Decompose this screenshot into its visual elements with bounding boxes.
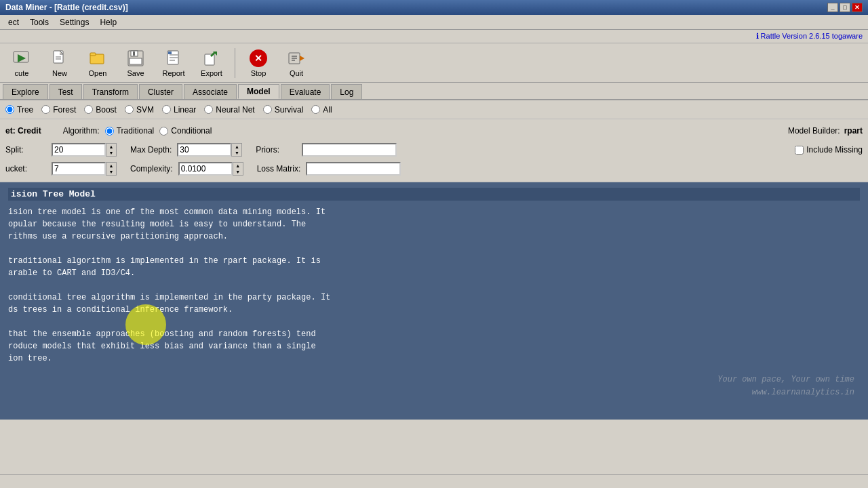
svg-rect-16 bbox=[205, 54, 214, 65]
split-input-wrapper: ▲ ▼ bbox=[52, 143, 117, 157]
tab-transform[interactable]: Transform bbox=[83, 84, 138, 99]
menu-ect[interactable]: ect bbox=[3, 16, 24, 28]
include-missing-checkbox[interactable] bbox=[795, 146, 804, 155]
tab-model[interactable]: Model bbox=[238, 84, 279, 99]
bucket-wrapper: ▲ ▼ bbox=[52, 162, 117, 176]
open-button[interactable]: Open bbox=[80, 46, 115, 80]
main-content-area: ision Tree Model ision tree model is one… bbox=[0, 182, 868, 420]
save-label: Save bbox=[127, 69, 144, 77]
toolbar: cute New Open bbox=[0, 43, 868, 83]
tab-bar: Explore Test Transform Cluster Associate… bbox=[0, 83, 868, 100]
settings-row-1: et: Credit Algorithm: Traditional Condit… bbox=[5, 122, 863, 140]
survival-option[interactable]: Survival bbox=[263, 105, 304, 115]
new-button[interactable]: New bbox=[42, 46, 77, 80]
max-depth-down[interactable]: ▼ bbox=[232, 150, 241, 156]
save-icon bbox=[126, 49, 145, 68]
svg-rect-10 bbox=[133, 52, 135, 56]
split-input[interactable] bbox=[52, 143, 106, 157]
dataset-label: et: Credit bbox=[5, 126, 41, 136]
complexity-down[interactable]: ▼ bbox=[233, 169, 243, 175]
conditional-option[interactable]: Conditional bbox=[159, 126, 212, 136]
open-label: Open bbox=[89, 69, 107, 77]
tab-log[interactable]: Log bbox=[331, 84, 362, 99]
open-icon bbox=[88, 49, 107, 68]
watermark: Your own pace, Your own time www.learnan… bbox=[717, 373, 854, 399]
priors-label: Priors: bbox=[256, 145, 296, 155]
complexity-input[interactable] bbox=[178, 162, 233, 176]
max-depth-up[interactable]: ▲ bbox=[232, 144, 241, 150]
content-title: ision Tree Model bbox=[8, 188, 860, 201]
toolbar-separator bbox=[235, 48, 235, 78]
bucket-label: ucket: bbox=[5, 164, 46, 174]
svg-marker-19 bbox=[300, 56, 304, 61]
close-button[interactable]: ✕ bbox=[852, 3, 863, 12]
execute-icon bbox=[12, 49, 31, 68]
menubar: ect Tools Settings Help bbox=[0, 15, 868, 30]
include-missing-label: Include Missing bbox=[806, 145, 863, 155]
rattle-version-text: ℹ Rattle Version 2.6.15 togaware bbox=[756, 32, 863, 41]
stop-button[interactable]: ✕ Stop bbox=[241, 46, 276, 80]
execute-label: cute bbox=[15, 69, 29, 77]
minimize-button[interactable]: _ bbox=[827, 3, 838, 12]
max-depth-arrows: ▲ ▼ bbox=[231, 143, 242, 157]
rattlebar: ℹ Rattle Version 2.6.15 togaware bbox=[0, 30, 868, 43]
max-depth-input[interactable] bbox=[177, 143, 231, 157]
quit-icon bbox=[287, 49, 306, 68]
boost-option[interactable]: Boost bbox=[84, 105, 117, 115]
tab-explore[interactable]: Explore bbox=[3, 84, 48, 99]
menu-tools[interactable]: Tools bbox=[24, 16, 54, 28]
stop-label: Stop bbox=[251, 69, 267, 77]
export-button[interactable]: Export bbox=[194, 46, 229, 80]
settings-row-2: Split: ▲ ▼ Max Depth: ▲ ▼ Priors: bbox=[5, 141, 863, 159]
new-icon bbox=[50, 49, 69, 68]
menu-settings[interactable]: Settings bbox=[54, 16, 94, 28]
svg-rect-15 bbox=[168, 52, 172, 54]
bucket-input[interactable] bbox=[52, 162, 106, 176]
split-arrows: ▲ ▼ bbox=[106, 143, 117, 157]
tab-cluster[interactable]: Cluster bbox=[139, 84, 182, 99]
tab-associate[interactable]: Associate bbox=[184, 84, 237, 99]
model-builder-area: Model Builder: rpart bbox=[788, 126, 863, 136]
complexity-label: Complexity: bbox=[130, 164, 173, 174]
menu-help[interactable]: Help bbox=[94, 16, 122, 28]
split-down[interactable]: ▼ bbox=[106, 150, 116, 156]
model-builder-label: Model Builder: bbox=[788, 126, 840, 136]
complexity-up[interactable]: ▲ bbox=[233, 163, 243, 169]
maximize-button[interactable]: □ bbox=[840, 3, 850, 12]
report-button[interactable]: Report bbox=[156, 46, 191, 80]
svg-rect-6 bbox=[90, 53, 96, 56]
algorithm-label: Algorithm: bbox=[63, 126, 100, 136]
loss-matrix-label: Loss Matrix: bbox=[257, 164, 301, 174]
execute-button[interactable]: cute bbox=[4, 46, 39, 80]
save-button[interactable]: Save bbox=[118, 46, 153, 80]
content-text: ision tree model is one of the most comm… bbox=[8, 206, 860, 365]
tree-option[interactable]: Tree bbox=[5, 105, 33, 115]
traditional-option[interactable]: Traditional bbox=[105, 126, 155, 136]
titlebar: Data Miner - [Rattle (credit.csv)] _ □ ✕ bbox=[0, 0, 868, 15]
complexity-wrapper: ▲ ▼ bbox=[178, 162, 243, 176]
settings-row-3: ucket: ▲ ▼ Complexity: ▲ ▼ Loss Matrix: bbox=[5, 160, 863, 178]
stop-icon: ✕ bbox=[249, 49, 268, 68]
loss-matrix-input[interactable] bbox=[306, 162, 401, 176]
titlebar-controls: _ □ ✕ bbox=[827, 3, 863, 12]
priors-input[interactable] bbox=[302, 143, 397, 157]
bucket-up[interactable]: ▲ bbox=[106, 163, 116, 169]
max-depth-label: Max Depth: bbox=[130, 145, 172, 155]
watermark-line2: www.learnanalytics.in bbox=[717, 386, 854, 399]
bucket-down[interactable]: ▼ bbox=[106, 169, 116, 175]
tab-test[interactable]: Test bbox=[50, 84, 82, 99]
include-missing-area[interactable]: Include Missing bbox=[795, 145, 863, 155]
tab-evaluate[interactable]: Evaluate bbox=[281, 84, 330, 99]
forest-option[interactable]: Forest bbox=[41, 105, 76, 115]
split-up[interactable]: ▲ bbox=[106, 144, 116, 150]
export-label: Export bbox=[201, 69, 222, 77]
all-option[interactable]: All bbox=[311, 105, 332, 115]
linear-option[interactable]: Linear bbox=[162, 105, 196, 115]
neuralnet-option[interactable]: Neural Net bbox=[204, 105, 254, 115]
svm-option[interactable]: SVM bbox=[125, 105, 154, 115]
quit-button[interactable]: Quit bbox=[279, 46, 314, 80]
bucket-arrows: ▲ ▼ bbox=[106, 162, 117, 176]
report-label: Report bbox=[162, 69, 184, 77]
settings-area: et: Credit Algorithm: Traditional Condit… bbox=[0, 119, 868, 182]
statusbar bbox=[0, 474, 868, 488]
